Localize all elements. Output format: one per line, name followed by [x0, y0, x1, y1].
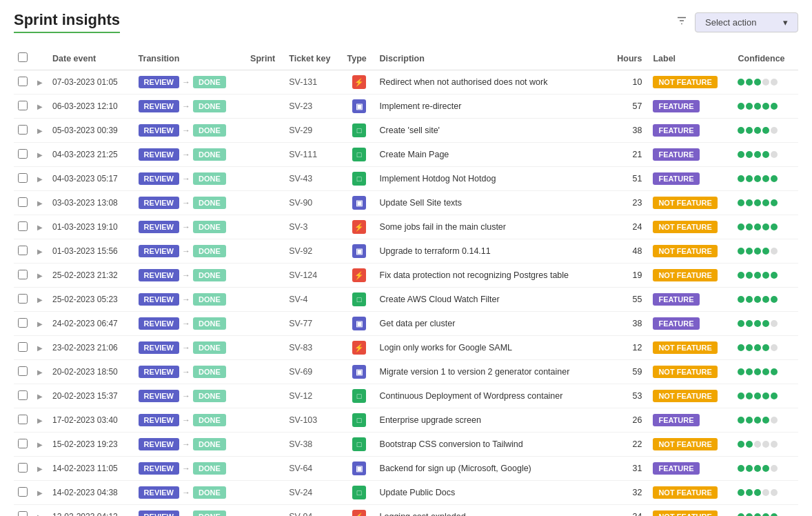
- expand-icon[interactable]: ▶: [36, 343, 44, 353]
- row-checkbox[interactable]: [18, 221, 28, 231]
- row-checkbox-cell[interactable]: [14, 312, 32, 336]
- row-checkbox[interactable]: [18, 125, 28, 135]
- row-expand-cell[interactable]: ▶: [32, 143, 48, 167]
- row-checkbox-cell[interactable]: [14, 191, 32, 215]
- expand-icon[interactable]: ▶: [36, 270, 44, 281]
- row-checkbox-cell[interactable]: [14, 433, 32, 457]
- select-all-checkbox[interactable]: [18, 52, 28, 62]
- row-transition: REVIEW → DONE: [134, 384, 246, 408]
- row-checkbox[interactable]: [18, 366, 28, 376]
- row-checkbox[interactable]: [18, 318, 28, 328]
- row-expand-cell[interactable]: ▶: [32, 360, 48, 384]
- type-icon-task: □: [352, 486, 366, 499]
- row-checkbox[interactable]: [18, 246, 28, 255]
- row-checkbox[interactable]: [18, 511, 28, 517]
- expand-icon[interactable]: ▶: [36, 222, 44, 232]
- page: Sprint insights Select action ▾ Date eve…: [0, 0, 812, 516]
- row-checkbox-cell[interactable]: [14, 288, 32, 312]
- row-transition: REVIEW → DONE: [134, 191, 246, 215]
- expand-icon[interactable]: ▶: [36, 488, 44, 498]
- type-icon-bug: ⚡: [352, 510, 366, 516]
- expand-icon[interactable]: ▶: [36, 415, 44, 426]
- row-expand-cell[interactable]: ▶: [32, 312, 48, 336]
- expand-icon[interactable]: ▶: [36, 464, 44, 474]
- row-checkbox-cell[interactable]: [14, 167, 32, 191]
- expand-icon[interactable]: ▶: [36, 439, 44, 450]
- confidence-dot: [771, 151, 778, 158]
- row-checkbox-cell[interactable]: [14, 143, 32, 167]
- row-checkbox[interactable]: [18, 415, 28, 424]
- row-checkbox-cell[interactable]: [14, 239, 32, 264]
- type-icon-bug: ⚡: [352, 268, 366, 282]
- expand-icon[interactable]: ▶: [36, 246, 44, 257]
- row-expand-cell[interactable]: ▶: [32, 239, 48, 264]
- row-expand-cell[interactable]: ▶: [32, 384, 48, 408]
- filter-icon[interactable]: [676, 14, 688, 30]
- row-checkbox-cell[interactable]: [14, 481, 32, 505]
- row-checkbox-cell[interactable]: [14, 505, 32, 517]
- confidence-dots: [738, 417, 794, 424]
- row-checkbox[interactable]: [18, 294, 28, 304]
- arrow-icon: →: [182, 222, 190, 232]
- row-checkbox-cell[interactable]: [14, 70, 32, 95]
- row-checkbox-cell[interactable]: [14, 264, 32, 288]
- row-sprint: [246, 457, 285, 481]
- row-checkbox-cell[interactable]: [14, 408, 32, 433]
- expand-icon[interactable]: ▶: [36, 319, 44, 329]
- row-checkbox[interactable]: [18, 390, 28, 400]
- row-expand-cell[interactable]: ▶: [32, 433, 48, 457]
- confidence-dot: [754, 465, 761, 472]
- row-checkbox-cell[interactable]: [14, 95, 32, 119]
- row-checkbox-cell[interactable]: [14, 384, 32, 408]
- row-expand-cell[interactable]: ▶: [32, 336, 48, 360]
- row-checkbox-cell[interactable]: [14, 336, 32, 360]
- row-checkbox[interactable]: [18, 270, 28, 279]
- row-label: NOT FEATURE: [649, 336, 733, 360]
- row-checkbox-cell[interactable]: [14, 360, 32, 384]
- expand-icon[interactable]: ▶: [36, 174, 44, 184]
- row-expand-cell[interactable]: ▶: [32, 215, 48, 239]
- row-expand-cell[interactable]: ▶: [32, 481, 48, 505]
- row-checkbox-cell[interactable]: [14, 215, 32, 239]
- select-action-button[interactable]: Select action ▾: [695, 12, 798, 32]
- row-checkbox[interactable]: [18, 149, 28, 159]
- expand-icon[interactable]: ▶: [36, 150, 44, 160]
- confidence-dot: [754, 417, 761, 424]
- row-expand-cell[interactable]: ▶: [32, 288, 48, 312]
- confidence-dot: [762, 151, 769, 158]
- row-description: Migrate version 1 to version 2 generator…: [376, 360, 607, 384]
- row-expand-cell[interactable]: ▶: [32, 119, 48, 143]
- row-checkbox[interactable]: [18, 487, 28, 497]
- expand-icon[interactable]: ▶: [36, 391, 44, 401]
- confidence-dot: [762, 465, 769, 472]
- row-checkbox-cell[interactable]: [14, 457, 32, 481]
- expand-icon[interactable]: ▶: [36, 295, 44, 305]
- row-checkbox[interactable]: [18, 101, 28, 110]
- row-expand-cell[interactable]: ▶: [32, 70, 48, 95]
- row-description: Create Main Page: [376, 143, 607, 167]
- row-sprint: [246, 433, 285, 457]
- row-expand-cell[interactable]: ▶: [32, 95, 48, 119]
- expand-icon[interactable]: ▶: [36, 77, 44, 88]
- row-checkbox-cell[interactable]: [14, 119, 32, 143]
- row-checkbox[interactable]: [18, 197, 28, 207]
- row-expand-cell[interactable]: ▶: [32, 505, 48, 517]
- row-expand-cell[interactable]: ▶: [32, 167, 48, 191]
- row-expand-cell[interactable]: ▶: [32, 457, 48, 481]
- row-checkbox[interactable]: [18, 173, 28, 183]
- row-expand-cell[interactable]: ▶: [32, 191, 48, 215]
- row-checkbox[interactable]: [18, 439, 28, 448]
- expand-icon[interactable]: ▶: [36, 126, 44, 136]
- row-expand-cell[interactable]: ▶: [32, 408, 48, 433]
- expand-icon[interactable]: ▶: [36, 198, 44, 208]
- expand-icon[interactable]: ▶: [36, 101, 44, 112]
- expand-icon[interactable]: ▶: [36, 367, 44, 377]
- type-icon-story: ▣: [352, 244, 366, 258]
- badge-done: DONE: [193, 414, 226, 426]
- expand-icon[interactable]: ▶: [36, 512, 44, 516]
- row-description: Enterprise upgrade screen: [376, 408, 607, 433]
- row-expand-cell[interactable]: ▶: [32, 264, 48, 288]
- row-checkbox[interactable]: [18, 77, 28, 86]
- row-checkbox[interactable]: [18, 342, 28, 352]
- row-checkbox[interactable]: [18, 463, 28, 473]
